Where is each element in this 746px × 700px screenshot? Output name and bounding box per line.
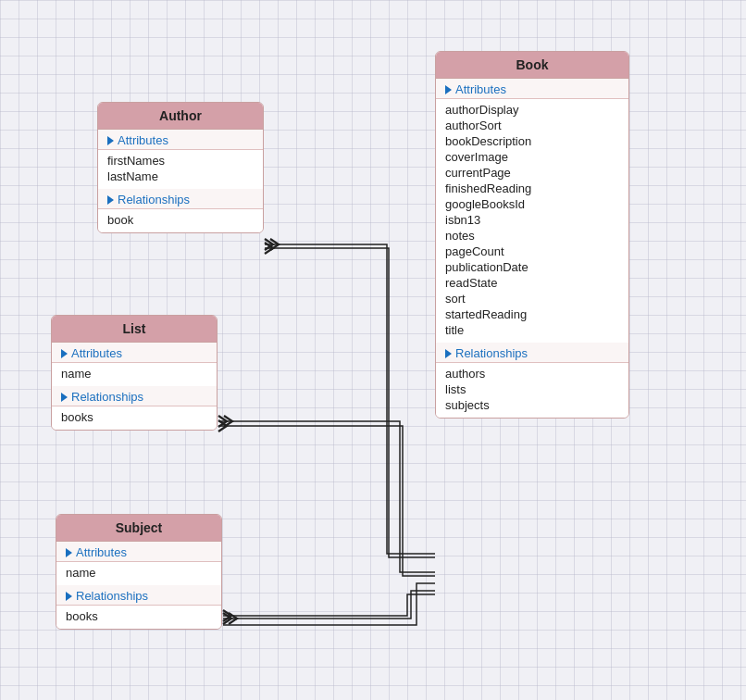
field-currentPage: currentPage <box>445 165 619 181</box>
field-books: books <box>61 409 207 425</box>
entity-author-title: Author <box>98 103 263 130</box>
field-bookDescription: bookDescription <box>445 133 619 149</box>
field-googleBooksId: googleBooksId <box>445 196 619 212</box>
attributes-triangle-icon <box>107 136 114 145</box>
field-coverImage: coverImage <box>445 149 619 165</box>
entity-author-attributes-label: Attributes <box>98 130 263 150</box>
field-subjects: subjects <box>445 397 619 413</box>
arrow-book-to-author-main <box>265 244 435 554</box>
entity-list-attributes-list: name <box>52 363 217 386</box>
field-sort: sort <box>445 291 619 306</box>
field-lists: lists <box>445 381 619 397</box>
entity-subject-relationships-list: books <box>56 606 221 629</box>
entity-author-attributes-list: firstNames lastName <box>98 150 263 189</box>
arrow-book-subjects-to-subject <box>223 594 435 616</box>
field-title: title <box>445 322 619 338</box>
entity-book-attributes-label: Attributes <box>436 79 628 99</box>
entity-book-relationships-list: authors lists subjects <box>436 363 628 418</box>
entity-list: List Attributes name Relationships books <box>51 315 218 431</box>
entity-subject-relationships-label: Relationships <box>56 585 221 606</box>
entity-subject-title: Subject <box>56 515 221 542</box>
field-isbn13: isbn13 <box>445 212 619 228</box>
entity-subject: Subject Attributes name Relationships bo… <box>56 514 222 630</box>
arrow-book-to-subject-second <box>223 583 435 625</box>
arrow-book-lists-to-list <box>218 426 435 576</box>
entity-author: Author Attributes firstNames lastName Re… <box>97 102 264 233</box>
field-name: name <box>61 366 207 381</box>
field-publicationDate: publicationDate <box>445 259 619 275</box>
field-books: books <box>66 608 212 624</box>
attributes-triangle-icon <box>66 548 72 557</box>
field-lastName: lastName <box>107 169 254 184</box>
arrow-book-to-subject-main <box>223 591 435 619</box>
entity-author-relationships-label: Relationships <box>98 189 263 209</box>
entity-list-relationships-label: Relationships <box>52 386 217 406</box>
field-name: name <box>66 565 212 581</box>
entity-book-attributes-list: authorDisplay authorSort bookDescription… <box>436 99 628 343</box>
field-finishedReading: finishedReading <box>445 181 619 196</box>
arrow-book-authors-to-author <box>265 248 435 557</box>
entity-list-attributes-label: Attributes <box>52 343 217 363</box>
attributes-triangle-icon <box>445 85 452 94</box>
field-notes: notes <box>445 228 619 244</box>
field-authors: authors <box>445 366 619 381</box>
attributes-triangle-icon <box>61 349 68 358</box>
arrow-book-to-list-main <box>218 421 435 572</box>
entity-book: Book Attributes authorDisplay authorSort… <box>435 51 629 419</box>
field-authorDisplay: authorDisplay <box>445 102 619 118</box>
entity-subject-attributes-list: name <box>56 562 221 585</box>
field-readState: readState <box>445 275 619 291</box>
entity-book-title: Book <box>436 52 628 79</box>
relationships-triangle-icon <box>61 393 68 402</box>
entity-book-relationships-label: Relationships <box>436 343 628 363</box>
entity-author-relationships-list: book <box>98 209 263 232</box>
field-authorSort: authorSort <box>445 118 619 133</box>
entity-list-relationships-list: books <box>52 406 217 430</box>
field-startedReading: startedReading <box>445 306 619 322</box>
entity-subject-attributes-label: Attributes <box>56 542 221 562</box>
relationships-triangle-icon <box>107 195 114 205</box>
field-firstNames: firstNames <box>107 153 254 169</box>
entity-list-title: List <box>52 316 217 343</box>
field-book: book <box>107 212 254 228</box>
relationships-triangle-icon <box>445 349 452 358</box>
field-pageCount: pageCount <box>445 244 619 259</box>
relationships-triangle-icon <box>66 592 72 601</box>
